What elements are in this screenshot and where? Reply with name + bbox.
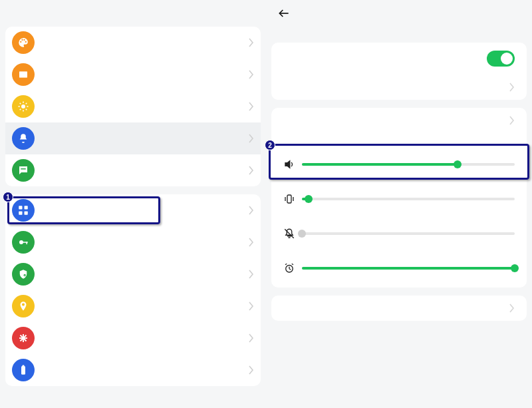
row-display[interactable]	[5, 91, 261, 122]
settings-pane: 1	[0, 0, 266, 408]
speaker-icon	[283, 158, 295, 170]
settings-group-apps: 1	[5, 194, 261, 386]
chevron-right-icon	[249, 134, 254, 143]
slider-label	[271, 145, 527, 156]
svg-line-10	[26, 103, 27, 104]
slider-track[interactable]	[302, 198, 515, 200]
row-notifications[interactable]	[5, 154, 261, 186]
svg-rect-12	[19, 206, 22, 209]
svg-rect-14	[19, 212, 22, 215]
svg-point-2	[21, 104, 25, 108]
toggle-vibrate[interactable]	[487, 51, 515, 67]
sound-header	[266, 0, 532, 27]
row-privacy[interactable]	[5, 258, 261, 290]
row-wallpapers[interactable]	[5, 27, 261, 59]
back-button[interactable]	[277, 6, 291, 21]
svg-rect-1	[21, 73, 23, 77]
sound-pane: 2	[266, 0, 532, 408]
shield-icon	[12, 263, 35, 286]
slider-track[interactable]	[302, 232, 515, 235]
chevron-right-icon	[249, 70, 254, 79]
chevron-right-icon	[509, 304, 515, 313]
svg-rect-11	[21, 168, 26, 170]
card-ringtone	[271, 296, 527, 321]
row-password[interactable]	[5, 226, 261, 258]
chevron-right-icon	[249, 365, 254, 375]
row-battery[interactable]	[5, 354, 261, 386]
svg-line-30	[285, 229, 294, 238]
chevron-right-icon	[249, 333, 254, 343]
highlight-badge-1: 1	[3, 192, 13, 202]
slider-track[interactable]	[302, 163, 515, 166]
settings-header	[0, 0, 266, 27]
row-sound-mode[interactable]	[271, 108, 527, 133]
chevron-right-icon	[249, 302, 254, 311]
slider-ringtone[interactable]	[271, 190, 527, 214]
row-apps[interactable]: 1	[5, 194, 261, 226]
svg-line-34	[285, 264, 287, 265]
sun-icon	[12, 95, 35, 118]
svg-rect-24	[21, 366, 25, 375]
key-icon	[12, 231, 35, 254]
svg-point-16	[19, 240, 23, 244]
settings-group-display	[5, 27, 261, 186]
chevron-right-icon	[509, 116, 515, 125]
bell-off-icon	[283, 228, 295, 240]
slider-media[interactable]	[271, 156, 527, 180]
battery-icon	[12, 359, 35, 381]
svg-rect-27	[287, 195, 291, 203]
row-sound[interactable]	[5, 122, 261, 154]
svg-line-33	[289, 269, 291, 270]
svg-rect-18	[27, 242, 28, 244]
slider-label	[271, 249, 527, 260]
row-home-lock[interactable]	[5, 59, 261, 91]
pin-icon	[12, 295, 35, 317]
chevron-right-icon	[249, 166, 254, 175]
svg-line-8	[26, 109, 27, 110]
slider-alarm[interactable]	[271, 260, 527, 288]
row-ringtone-pick[interactable]	[271, 296, 527, 321]
home-icon	[12, 63, 35, 86]
slider-media-wrap: 2	[271, 145, 527, 180]
svg-rect-15	[25, 212, 28, 215]
chevron-right-icon	[249, 102, 254, 111]
vibrate-icon	[283, 193, 295, 205]
row-vibrate-on-ring[interactable]	[271, 43, 527, 75]
svg-rect-25	[23, 365, 25, 367]
chevron-right-icon	[509, 83, 515, 92]
svg-rect-13	[25, 206, 28, 209]
chat-icon	[12, 159, 35, 182]
card-general	[271, 43, 527, 100]
grid-icon	[12, 199, 35, 222]
chevron-right-icon	[249, 238, 254, 247]
svg-line-35	[292, 264, 293, 265]
asterisk-icon	[12, 327, 35, 349]
palette-icon	[12, 31, 35, 54]
slider-track[interactable]	[302, 267, 515, 270]
slider-label	[271, 180, 527, 190]
slider-label	[271, 214, 527, 225]
card-sound-mode: 2	[271, 108, 527, 288]
svg-line-9	[20, 109, 21, 110]
chevron-right-icon	[249, 38, 254, 47]
highlight-badge-2: 2	[265, 140, 275, 150]
slider-notifications[interactable]	[271, 225, 527, 249]
row-dnd[interactable]	[271, 75, 527, 100]
row-safety[interactable]	[5, 322, 261, 354]
clock-icon	[283, 262, 295, 274]
chevron-right-icon	[249, 206, 254, 215]
row-location[interactable]	[5, 290, 261, 322]
chevron-right-icon	[249, 270, 254, 279]
svg-line-7	[20, 103, 21, 104]
bell-icon	[12, 127, 35, 150]
